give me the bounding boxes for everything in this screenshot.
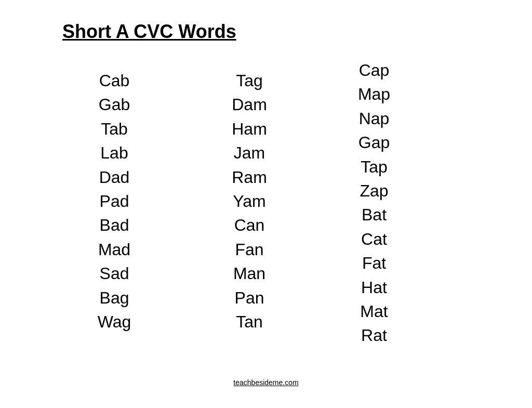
word-item: Bad <box>100 213 129 237</box>
word-item: Hat <box>361 275 387 299</box>
word-item: Nap <box>359 107 390 130</box>
page-container: Short A CVC Words CabGabTabLabDadPadBadM… <box>0 0 532 408</box>
footer-link: teachbesideme.com <box>233 378 298 387</box>
word-item: Wag <box>98 310 131 334</box>
word-item: Fan <box>235 238 263 261</box>
word-item: Cap <box>359 58 390 82</box>
word-item: Cab <box>99 69 130 93</box>
word-item: Rat <box>361 323 387 347</box>
word-item: Pan <box>235 286 264 310</box>
word-item: Map <box>358 82 390 106</box>
word-item: Tab <box>101 117 128 141</box>
word-item: Zap <box>360 179 388 203</box>
word-item: Cat <box>361 227 387 251</box>
word-item: Lab <box>100 141 128 165</box>
page-title: Short A CVC Words <box>62 21 236 43</box>
word-item: Tap <box>361 155 388 179</box>
word-item: Gab <box>99 93 130 116</box>
word-item: Pad <box>100 189 129 213</box>
word-item: Mat <box>360 299 388 323</box>
word-item: Ram <box>232 165 267 189</box>
word-item: Ham <box>232 117 267 141</box>
word-item: Bat <box>362 203 387 227</box>
word-item: Sad <box>100 261 129 285</box>
word-item: Jam <box>234 141 265 165</box>
word-item: Man <box>233 261 265 285</box>
word-item: Yam <box>233 189 265 213</box>
words-section: CabGabTabLabDadPadBadMadSadBagWag TagDam… <box>31 58 501 373</box>
word-item: Gap <box>358 130 390 154</box>
footer: teachbesideme.com <box>31 378 501 392</box>
column-3: CapMapNapGapTapZapBatCatFatHatMatRat <box>322 58 426 373</box>
word-item: Tag <box>236 69 263 93</box>
word-item: Dad <box>99 165 130 189</box>
word-item: Dam <box>232 93 267 116</box>
column-1: CabGabTabLabDadPadBadMadSadBagWag <box>62 58 166 373</box>
column-2: TagDamHamJamRamYamCanFanManPanTan <box>197 58 301 373</box>
word-item: Fat <box>362 251 386 275</box>
word-item: Tan <box>236 310 263 334</box>
word-item: Bag <box>100 286 129 310</box>
word-item: Can <box>234 213 265 237</box>
word-item: Mad <box>98 238 130 261</box>
